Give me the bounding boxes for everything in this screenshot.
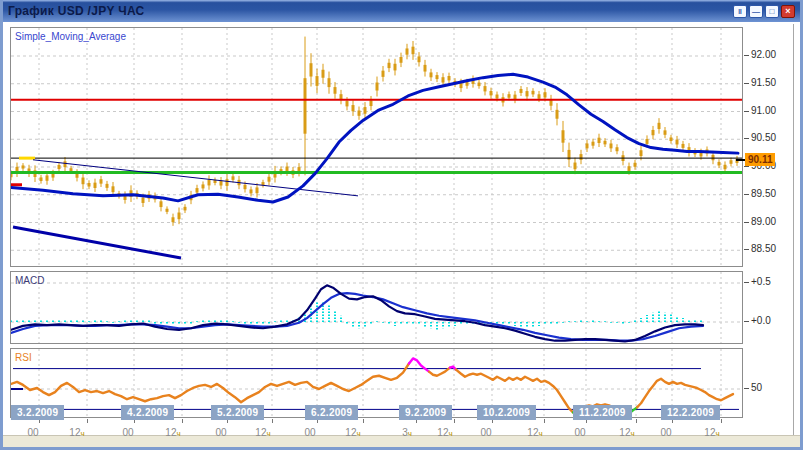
macd-tick-label: +0.5	[751, 276, 771, 287]
time-axis-tick	[182, 419, 183, 423]
price-tick-dash	[744, 222, 749, 223]
time-axis-tick	[636, 419, 637, 423]
time-label: 12ч	[165, 427, 180, 438]
price-tick-label: 90.50	[751, 132, 776, 143]
hour-suffix: ч	[176, 429, 180, 438]
time-axis-tick	[87, 419, 88, 423]
price-tick-dash	[744, 55, 749, 56]
scale-right-divider	[793, 24, 794, 441]
price-chart-canvas[interactable]	[10, 27, 743, 267]
macd-tick-label: +0.0	[751, 315, 771, 326]
hour-suffix: ч	[408, 429, 412, 438]
window-title: График USD /JPY ЧАС	[8, 4, 145, 18]
price-tick-dash	[744, 249, 749, 250]
date-label: 12.2.2009	[661, 405, 720, 420]
time-label: 12ч	[437, 427, 452, 438]
time-label: 00	[660, 427, 671, 438]
time-axis-tick	[363, 419, 364, 423]
price-tick-dash	[744, 111, 749, 112]
hour-suffix: ч	[356, 429, 360, 438]
chart-window: График USD /JPY ЧАС ‖ — □ × Simple_Movin…	[0, 0, 803, 450]
pause-button[interactable]: ‖	[733, 5, 747, 18]
rsi-tick-label: 50	[751, 382, 762, 393]
price-tick-label: 89.50	[751, 188, 776, 199]
date-label: 6.2.2009	[305, 405, 358, 420]
date-label: 10.2.2009	[477, 405, 536, 420]
time-label: 00	[122, 427, 133, 438]
price-tick-label: 88.50	[751, 243, 776, 254]
hour-suffix: ч	[80, 429, 84, 438]
time-label: 00	[215, 427, 226, 438]
chart-content: Simple_Moving_Average MACD RSI 92.0091.5…	[3, 22, 800, 441]
rsi-tick-dash	[744, 388, 749, 389]
time-axis-tick	[721, 419, 722, 423]
macd-tick-dash	[744, 282, 749, 283]
time-label: 00	[480, 427, 491, 438]
rsi-chart-canvas[interactable]	[10, 348, 743, 418]
price-tick-label: 91.50	[751, 77, 776, 88]
time-label: 12ч	[619, 427, 634, 438]
hour-suffix: ч	[538, 429, 542, 438]
time-axis-tick	[272, 419, 273, 423]
price-tick-label: 89.00	[751, 216, 776, 227]
maximize-button[interactable]: □	[765, 5, 779, 18]
macd-chart-canvas[interactable]	[10, 271, 743, 344]
hour-suffix: ч	[715, 429, 719, 438]
time-label: 12ч	[704, 427, 719, 438]
title-bar[interactable]: График USD /JPY ЧАС ‖ — □ ×	[2, 0, 801, 22]
date-label: 5.2.2009	[211, 405, 264, 420]
current-price-tick	[736, 159, 745, 161]
macd-tick-dash	[744, 321, 749, 322]
close-button[interactable]: ×	[781, 5, 795, 18]
time-label: 00	[304, 427, 315, 438]
hour-suffix: ч	[266, 429, 270, 438]
time-label: 00	[27, 427, 38, 438]
time-axis-tick	[454, 419, 455, 423]
hour-suffix: ч	[630, 429, 634, 438]
price-tick-dash	[744, 83, 749, 84]
time-axis-tick	[544, 419, 545, 423]
minimize-button[interactable]: —	[749, 5, 763, 18]
hour-suffix: ч	[448, 429, 452, 438]
date-label: 3.2.2009	[11, 405, 64, 420]
window-controls: ‖ — □ ×	[733, 5, 795, 18]
time-label: 12ч	[527, 427, 542, 438]
date-label: 11.2.2009	[573, 405, 632, 420]
price-tick-dash	[744, 166, 749, 167]
time-label: 3ч	[402, 427, 412, 438]
time-label: 12ч	[345, 427, 360, 438]
price-tick-dash	[744, 138, 749, 139]
time-label: 12ч	[255, 427, 270, 438]
price-tick-label: 92.00	[751, 49, 776, 60]
date-label: 4.2.2009	[121, 405, 174, 420]
current-price-label: 90.11	[745, 153, 775, 166]
price-tick-label: 91.00	[751, 105, 776, 116]
time-label: 12ч	[69, 427, 84, 438]
price-tick-dash	[744, 194, 749, 195]
date-label: 9.2.2009	[399, 405, 452, 420]
time-label: 00	[574, 427, 585, 438]
